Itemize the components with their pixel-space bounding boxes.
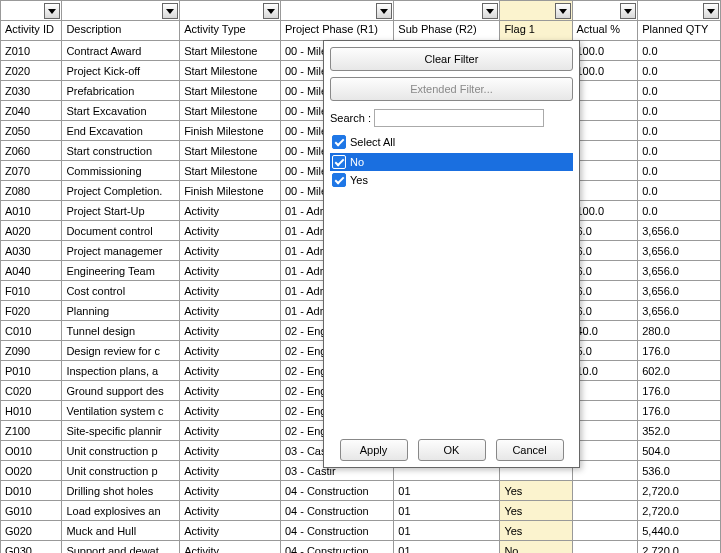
cell-type: Activity	[180, 541, 281, 554]
checkbox-icon	[332, 135, 346, 149]
cell-plan: 0.0	[638, 81, 721, 101]
cell-plan: 2,720.0	[638, 481, 721, 501]
col-header-phase[interactable]: Project Phase (R1)	[280, 21, 393, 41]
cell-plan: 536.0	[638, 461, 721, 481]
cell-id: A030	[1, 241, 62, 261]
table-row[interactable]: G010Load explosives anActivity04 - Const…	[1, 501, 721, 521]
cell-type: Activity	[180, 341, 281, 361]
cell-type: Start Milestone	[180, 81, 281, 101]
cell-act	[572, 121, 638, 141]
cell-id: Z080	[1, 181, 62, 201]
cancel-button[interactable]: Cancel	[496, 439, 564, 461]
cell-desc: Site-specific plannir	[62, 421, 180, 441]
cell-id: F020	[1, 301, 62, 321]
filter-option-yes[interactable]: Yes	[330, 171, 573, 189]
cell-plan: 3,656.0	[638, 281, 721, 301]
cell-id: G010	[1, 501, 62, 521]
cell-id: Z020	[1, 61, 62, 81]
cell-desc: Planning	[62, 301, 180, 321]
cell-id: F010	[1, 281, 62, 301]
cell-act: 100.0	[572, 41, 638, 61]
cell-act: 6.0	[572, 221, 638, 241]
cell-id: D010	[1, 481, 62, 501]
filter-button-plan[interactable]	[703, 3, 719, 19]
cell-plan: 0.0	[638, 201, 721, 221]
cell-type: Activity	[180, 521, 281, 541]
extended-filter-button[interactable]: Extended Filter...	[330, 77, 573, 101]
cell-type: Start Milestone	[180, 101, 281, 121]
filter-button-act[interactable]	[620, 3, 636, 19]
cell-act: 6.0	[572, 261, 638, 281]
cell-type: Activity	[180, 461, 281, 481]
cell-desc: Load explosives an	[62, 501, 180, 521]
checkbox-icon	[332, 173, 346, 187]
ok-button[interactable]: OK	[418, 439, 486, 461]
cell-type: Start Milestone	[180, 161, 281, 181]
table-row[interactable]: D010Drilling shot holesActivity04 - Cons…	[1, 481, 721, 501]
cell-type: Start Milestone	[180, 41, 281, 61]
cell-plan: 5,440.0	[638, 521, 721, 541]
cell-act	[572, 81, 638, 101]
cell-id: G030	[1, 541, 62, 554]
cell-act	[572, 481, 638, 501]
col-header-act[interactable]: Actual %	[572, 21, 638, 41]
cell-type: Activity	[180, 481, 281, 501]
col-header-id[interactable]: Activity ID	[1, 21, 62, 41]
table-row[interactable]: G030Support and dewatActivity04 - Constr…	[1, 541, 721, 554]
filter-button-id[interactable]	[44, 3, 60, 19]
cell-desc: Unit construction p	[62, 461, 180, 481]
cell-desc: Support and dewat	[62, 541, 180, 554]
filter-option-no[interactable]: No	[330, 153, 573, 171]
cell-type: Start Milestone	[180, 141, 281, 161]
cell-type: Activity	[180, 281, 281, 301]
cell-plan: 602.0	[638, 361, 721, 381]
cell-type: Activity	[180, 401, 281, 421]
cell-plan: 3,656.0	[638, 301, 721, 321]
cell-type: Activity	[180, 361, 281, 381]
apply-button[interactable]: Apply	[340, 439, 408, 461]
search-label: Search :	[330, 112, 371, 124]
cell-desc: Unit construction p	[62, 441, 180, 461]
cell-sub: 01	[394, 501, 500, 521]
option-label: Yes	[350, 174, 368, 186]
cell-plan: 3,656.0	[638, 241, 721, 261]
filter-button-type[interactable]	[263, 3, 279, 19]
select-all-option[interactable]: Select All	[330, 133, 573, 151]
cell-act	[572, 141, 638, 161]
cell-act	[572, 181, 638, 201]
table-row[interactable]: G020Muck and HullActivity04 - Constructi…	[1, 521, 721, 541]
cell-desc: Project Kick-off	[62, 61, 180, 81]
cell-type: Activity	[180, 221, 281, 241]
col-header-plan[interactable]: Planned QTY	[638, 21, 721, 41]
filter-button-desc[interactable]	[162, 3, 178, 19]
select-all-label: Select All	[350, 136, 395, 148]
cell-desc: Tunnel design	[62, 321, 180, 341]
cell-plan: 3,656.0	[638, 221, 721, 241]
cell-act: 10.0	[572, 361, 638, 381]
checkbox-icon	[332, 155, 346, 169]
col-header-type[interactable]: Activity Type	[180, 21, 281, 41]
cell-desc: Engineering Team	[62, 261, 180, 281]
cell-id: Z010	[1, 41, 62, 61]
cell-plan: 0.0	[638, 61, 721, 81]
cell-act	[572, 161, 638, 181]
cell-flag: Yes	[500, 501, 572, 521]
col-header-sub[interactable]: Sub Phase (R2)	[394, 21, 500, 41]
col-header-desc[interactable]: Description	[62, 21, 180, 41]
cell-desc: Ventilation system c	[62, 401, 180, 421]
cell-sub: 01	[394, 521, 500, 541]
cell-type: Activity	[180, 321, 281, 341]
cell-type: Activity	[180, 501, 281, 521]
cell-desc: Project Completion.	[62, 181, 180, 201]
filter-button-flag[interactable]	[555, 3, 571, 19]
search-input[interactable]	[374, 109, 544, 127]
clear-filter-button[interactable]: Clear Filter	[330, 47, 573, 71]
cell-id: A020	[1, 221, 62, 241]
cell-act: 100.0	[572, 201, 638, 221]
cell-desc: Design review for c	[62, 341, 180, 361]
col-header-flag[interactable]: Flag 1	[500, 21, 572, 41]
cell-desc: Start construction	[62, 141, 180, 161]
cell-act: 6.0	[572, 301, 638, 321]
filter-button-sub[interactable]	[482, 3, 498, 19]
filter-button-phase[interactable]	[376, 3, 392, 19]
